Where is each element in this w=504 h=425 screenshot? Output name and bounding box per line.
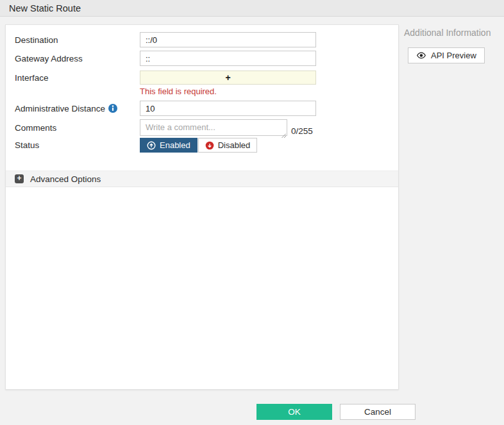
- advanced-options-label: Advanced Options: [30, 174, 101, 184]
- api-preview-button[interactable]: API Preview: [408, 47, 485, 63]
- advanced-options-toggle[interactable]: + Advanced Options: [6, 171, 398, 187]
- cancel-button[interactable]: Cancel: [340, 404, 416, 420]
- interface-add-button[interactable]: +: [140, 71, 316, 85]
- comments-char-counter: 0/255: [291, 126, 313, 136]
- destination-label: Destination: [15, 32, 58, 47]
- admin-distance-label-text: Administrative Distance: [15, 104, 105, 113]
- admin-distance-input[interactable]: [140, 101, 316, 116]
- interface-required-error: This field is required.: [140, 87, 217, 96]
- interface-label: Interface: [15, 71, 49, 85]
- comments-field-wrap: [140, 119, 287, 136]
- ok-button[interactable]: OK: [256, 404, 332, 420]
- gateway-address-input[interactable]: [140, 51, 316, 66]
- resize-handle-icon[interactable]: [281, 129, 286, 134]
- status-disabled-label: Disabled: [218, 140, 251, 150]
- status-segmented-control: Enabled Disabled: [140, 138, 257, 153]
- expand-plus-icon: +: [15, 174, 24, 183]
- admin-distance-label: Administrative Distance: [15, 101, 117, 116]
- dialog-titlebar: New Static Route: [0, 0, 504, 17]
- destination-input[interactable]: [140, 32, 316, 47]
- page-title: New Static Route: [9, 3, 81, 13]
- eye-icon: [416, 52, 426, 59]
- arrow-down-circle-icon: [205, 141, 214, 150]
- plus-icon: +: [225, 73, 230, 82]
- status-disabled-button[interactable]: Disabled: [198, 138, 258, 153]
- comments-label: Comments: [15, 119, 56, 136]
- comments-textarea[interactable]: [140, 119, 287, 136]
- status-label: Status: [15, 138, 39, 153]
- status-enabled-button[interactable]: Enabled: [140, 138, 197, 153]
- status-enabled-label: Enabled: [160, 140, 190, 150]
- gateway-address-label: Gateway Address: [15, 51, 83, 66]
- arrow-up-circle-icon: [147, 141, 156, 150]
- api-preview-label: API Preview: [431, 51, 476, 60]
- additional-information-title: Additional Information: [404, 28, 491, 38]
- info-icon[interactable]: [108, 104, 117, 113]
- new-static-route-page: { "header": { "title": "New Static Route…: [0, 0, 504, 425]
- static-route-form-panel: Destination Gateway Address Interface + …: [5, 24, 399, 390]
